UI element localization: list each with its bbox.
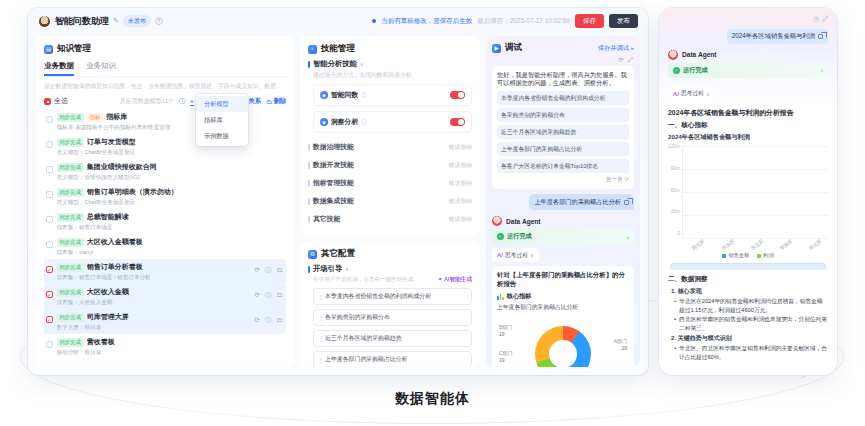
gridline [683, 192, 828, 193]
info-icon[interactable]: ⓘ [265, 292, 272, 299]
history-icon[interactable]: ◷ [813, 16, 819, 23]
drag-handle-icon[interactable]: ⣿ [319, 336, 322, 342]
expand-icon[interactable]: ⤢ [628, 57, 633, 64]
suggestion-chip[interactable]: 近三个月各区域的采购额趋势 [497, 125, 629, 139]
knowledge-list: 同步完成指标指标库指标库·来源指标平台中的指标列表和维度管理同步完成订单与发货模… [44, 109, 286, 360]
prompt-input-row[interactable]: ⣿本季度内各省份销售金额的利润构成分析 [313, 288, 472, 305]
edit-icon[interactable]: ✎ [113, 17, 119, 25]
knowledge-item[interactable]: 同步完成指标指标库指标库·来源指标平台中的指标列表和维度管理 [44, 109, 286, 134]
count-info-icon[interactable]: ⓘ [179, 97, 185, 106]
item-checkbox[interactable] [46, 241, 53, 248]
legend-item[interactable]: 利润 [757, 252, 773, 259]
save-and-debug-link[interactable]: 保存并调试 » [598, 44, 634, 53]
drag-handle-icon[interactable]: ⣿ [319, 294, 322, 300]
drag-handle-icon[interactable]: ⣿ [319, 357, 322, 363]
item-checkbox[interactable] [46, 116, 53, 123]
trash-icon[interactable]: 🗀 [277, 292, 284, 299]
knowledge-item[interactable]: ✓同步完成司库管理大屏数字大屏：根目录⟳ⓘ🗀 [44, 309, 286, 334]
select-all-checkbox[interactable] [44, 98, 51, 105]
trash-icon[interactable]: 🗀 [277, 267, 284, 274]
thinking-process-dropdown[interactable]: AI 思考过程 ∨ [492, 248, 539, 262]
skill-rows: 数据治理技能敬请期待数据开发技能敬请期待指标管理技能敬请期待数据集成技能敬请期待… [308, 138, 472, 228]
item-checkbox[interactable] [46, 166, 53, 173]
item-checkbox[interactable] [46, 216, 53, 223]
reset-chat-icon[interactable]: ⟳ [618, 57, 623, 64]
refresh-icon[interactable]: ⟳ [255, 267, 260, 274]
drag-handle-icon[interactable]: ⣿ [319, 315, 322, 321]
section-bar [308, 216, 310, 223]
refresh-suggestions-button[interactable]: 换一换 ⟳ [497, 176, 629, 184]
info-icon[interactable]: ⓘ [361, 119, 367, 126]
knowledge-item[interactable]: ✓同步完成销售订单分析看板仪表板：销售订单场景 / 销售订单分析⟳ⓘ🗀 [44, 259, 286, 284]
dropdown-item[interactable]: 分析模型 [196, 96, 248, 112]
trash-icon[interactable]: 🗀 [277, 317, 284, 324]
horizontal-scrollbar[interactable] [670, 263, 826, 270]
dropdown-item[interactable]: 指标库 [196, 112, 248, 128]
publish-button[interactable]: 发布 [609, 14, 638, 28]
save-button[interactable]: 保存 [575, 14, 604, 28]
info-icon[interactable]: ⓘ [265, 317, 272, 324]
prompt-input-row[interactable]: ⣿上年度各部门的采购额占比分析 [313, 351, 472, 367]
thinking-process-dropdown[interactable]: AI 思考过程 ∨ [668, 87, 715, 101]
run-status-bar[interactable]: ✓ 运行完成 › [668, 63, 828, 78]
skills-desc: 通过聊天的方式，实现问数和洞察分析。 [313, 71, 472, 80]
copy-icon[interactable] [818, 34, 823, 39]
insight-text: 华北区、西北区和华南区是销售和利润的主要贡献区域，合计占比超过60%。 [679, 344, 828, 361]
skill-toggle-switch[interactable] [450, 91, 465, 99]
suggestion-chip[interactable]: 各客户大区名称的订单金额Top10排名 [497, 159, 629, 173]
skill-row[interactable]: 数据治理技能敬请期待 [308, 138, 472, 156]
skill-row[interactable]: 数据集成技能敬请期待 [308, 192, 472, 210]
tab-business-knowledge[interactable]: 业务知识 [86, 59, 116, 76]
knowledge-item[interactable]: 同步完成销售概览看板仪表板：销售概览 [44, 359, 286, 360]
expand-icon[interactable]: ⤢ [823, 16, 828, 23]
item-checkbox[interactable] [46, 341, 53, 348]
donut-callout-label: B部门19 [499, 324, 512, 337]
gridline [683, 238, 828, 239]
skill-row[interactable]: 数据开发技能敬请期待 [308, 156, 472, 174]
copy-icon[interactable] [624, 200, 629, 205]
skill-row[interactable]: 指标管理技能敬请期待 [308, 174, 472, 192]
item-subtitle: 仪表板：销售订单场景 [57, 224, 284, 232]
skill-row[interactable]: 其它技能敬请期待 [308, 210, 472, 228]
gridline [683, 215, 828, 216]
prompt-input-row[interactable]: ⣿各采购类别的采购额分布 [313, 309, 472, 326]
knowledge-item[interactable]: 同步完成订单与发货模型语义模型：ChatBI业务场景验证 [44, 134, 286, 159]
knowledge-item[interactable]: 同步完成销售订单明细表（演示勿动）语义模型：ChatBI业务场景验证 [44, 184, 286, 209]
item-checkbox[interactable]: ✓ [46, 291, 53, 298]
dropdown-item[interactable]: 示例数据 [196, 128, 248, 144]
item-checkbox[interactable] [46, 141, 53, 148]
knowledge-item[interactable]: 同步完成集团业绩快报收款合同语义模型：业绩快报语义模型(V2) [44, 159, 286, 184]
welcome-message-card: 您好，我是智能分析助理，很高兴为您服务。我可以根据您的问题，生成图表、洞察分析。… [492, 66, 634, 190]
suggestion-chip[interactable]: 各采购类别的采购额分布 [497, 108, 629, 122]
run-status-bar[interactable]: ✓ 运行完成 › [492, 229, 634, 244]
knowledge-item[interactable]: ✓同步完成大区收入金额仪表板：大区收入金额⟳ⓘ🗀 [44, 284, 286, 309]
info-icon[interactable]: ⓘ [265, 267, 272, 274]
refresh-icon[interactable]: ⟳ [255, 292, 260, 299]
skill-toggle-switch[interactable] [450, 118, 465, 126]
suggestion-chip[interactable]: 上年度各部门的采购额占比分析 [497, 142, 629, 156]
item-checkbox[interactable] [46, 191, 53, 198]
item-main: 同步完成销售订单分析看板仪表板：销售订单场景 / 销售订单分析 [57, 262, 251, 282]
info-icon[interactable]: ⓘ [361, 92, 367, 99]
item-subtitle: 仪表板：销售订单场景 / 销售订单分析 [57, 274, 251, 282]
item-subtitle: 语义模型：ChatBI业务场景验证 [57, 149, 284, 157]
donut-callout-label: C部门19 [499, 350, 513, 363]
refresh-icon[interactable]: ⟳ [255, 317, 260, 324]
item-checkbox[interactable]: ✓ [46, 316, 53, 323]
ai-generate-button[interactable]: ✦ AI智能生成 [438, 276, 472, 284]
agent-name: Data Agent [506, 218, 541, 225]
info-icon[interactable]: ? [155, 17, 163, 25]
knowledge-item[interactable]: 同步完成营收看板移动分析：根目录 [44, 334, 286, 359]
knowledge-item[interactable]: 同步完成大区收入金额看板仪表板：xianyi [44, 234, 286, 259]
suggestion-chip[interactable]: 本季度内各省份销售金额的利润构成分析 [497, 91, 629, 105]
tab-business-data[interactable]: 业务数据 [44, 59, 74, 76]
collapse-icon[interactable]: ∧ [360, 61, 364, 67]
section-data-insights: 二、数据洞察 [668, 275, 828, 284]
prompt-input-row[interactable]: ⣿近三个月各区域的采购额趋势 [313, 330, 472, 347]
chevron-right-icon: › [821, 67, 823, 73]
delete-button[interactable]: 🗀 删除 [266, 97, 286, 106]
knowledge-item[interactable]: 同步完成总裁智能解读仪表板：销售订单场景 [44, 209, 286, 234]
app-title: 智能问数助理 [55, 15, 109, 28]
collapse-icon[interactable]: ∧ [345, 266, 349, 272]
item-checkbox[interactable]: ✓ [46, 266, 53, 273]
